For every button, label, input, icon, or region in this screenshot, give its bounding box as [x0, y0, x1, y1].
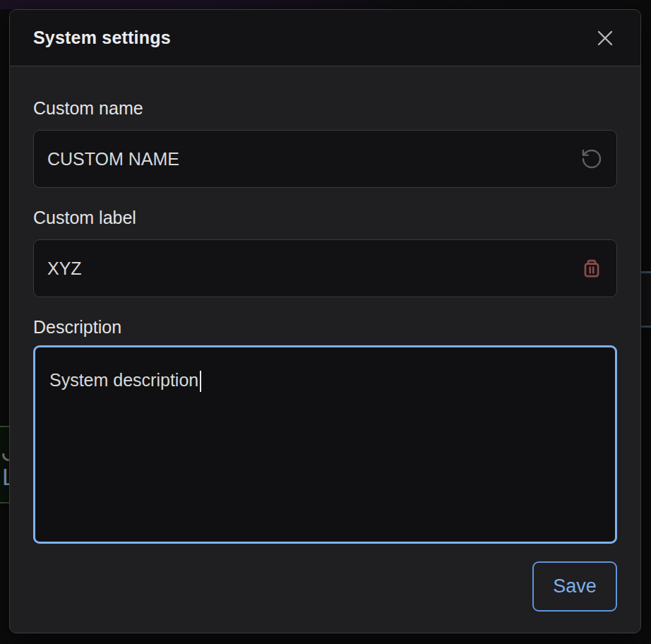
description-text: System description	[49, 370, 198, 390]
dialog-body: Custom name Custom label	[10, 66, 640, 633]
undo-icon	[580, 148, 603, 170]
custom-label-label: Custom label	[33, 207, 617, 229]
background-code-panel: L	[0, 426, 10, 503]
description-label: Description	[33, 316, 617, 338]
dialog-footer: Save	[33, 544, 617, 612]
system-settings-dialog: System settings Custom name Custo	[9, 9, 641, 633]
close-icon	[595, 28, 615, 48]
delete-custom-label-button[interactable]	[576, 253, 607, 284]
custom-name-field-wrap	[33, 130, 617, 188]
page-background-top	[0, 0, 651, 9]
custom-label-input[interactable]	[33, 239, 617, 297]
save-button[interactable]: Save	[532, 561, 617, 612]
background-divider	[641, 326, 651, 328]
background-divider	[641, 271, 651, 273]
dialog-header: System settings	[10, 10, 640, 66]
trash-icon	[580, 257, 603, 280]
reset-custom-name-button[interactable]	[576, 143, 607, 174]
close-button[interactable]	[591, 24, 619, 52]
custom-label-field-wrap	[33, 239, 617, 297]
custom-name-label: Custom name	[33, 97, 617, 119]
dialog-title: System settings	[33, 28, 171, 48]
custom-name-input[interactable]	[33, 130, 617, 188]
page-background-right	[641, 0, 651, 644]
background-panel-edge	[641, 273, 651, 326]
description-textarea[interactable]: System description	[33, 345, 617, 544]
text-caret	[200, 371, 201, 392]
